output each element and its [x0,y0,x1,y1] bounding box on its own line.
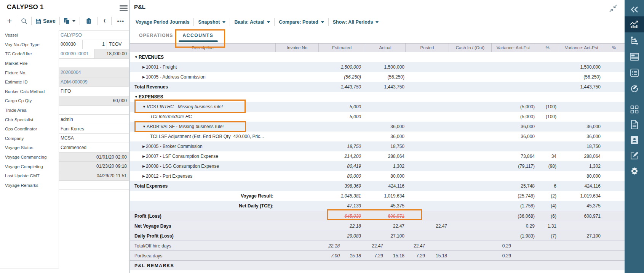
sidebar-item-contact-card[interactable] [625,132,644,148]
field-input[interactable]: 04/29/20 11:51 [59,171,129,180]
column-header-var2[interactable]: Variance: Act-Pst [560,43,603,52]
table-row-total-expenses[interactable]: Total Expenses398,369424,11625,7486424,1… [130,181,625,191]
cell-value: 18,750 [390,144,404,149]
table-row-total-revenues[interactable]: Total Revenues1,443,7501,443,7501,443,75… [130,82,625,92]
menu-item-voyage-period-journals[interactable]: Voyage Period Journals [136,19,189,25]
table-row-profit-loss-[interactable]: Profit (Loss)645,039608,971(36,068)(6)60… [130,211,625,221]
column-header-act[interactable]: Actual [365,43,406,52]
back-chevron-icon[interactable]: ‹ [104,16,106,26]
field-input[interactable]: 20200004 [59,68,129,77]
collapsed-triangle-icon[interactable]: ▶ [142,145,145,148]
table-row-expenses[interactable]: ▼EXPENSES [130,92,625,102]
field-input[interactable]: TCOV [107,40,129,49]
menu-item-compare-posted[interactable]: Compare: Posted [279,19,324,25]
sidebar-item-details-form[interactable] [625,49,644,65]
expanded-triangle-icon[interactable]: ▼ [142,125,146,128]
table-row-20007-lsf-consumption-expense[interactable]: ▶20007 - LSF Consumption Expense214,2002… [130,151,625,161]
menu-item-show-all-periods[interactable]: Show: All Periods [333,19,379,25]
table-row-20012-port-expenses[interactable]: ▶20012 - Port Expenses80,00080,00080,000 [130,171,625,181]
cell-value: 1,019,634 [580,193,601,199]
sidebar-item-pnl-chart[interactable] [625,16,644,32]
copy-button[interactable] [64,18,76,24]
cell-value: 34 [551,154,556,159]
collapsed-triangle-icon[interactable]: ▶ [142,75,145,79]
field-input[interactable]: MCSA [59,134,129,143]
cell-var1 [492,82,535,92]
table-row-daily-profit-loss-[interactable]: Daily Profit (Loss)29,08327,100(1,983)(7… [130,231,625,241]
column-header-var1[interactable]: Variance: Act-Est [492,43,535,52]
sidebar-item-settings-gear[interactable] [625,163,644,179]
table-row-net-voyage-days[interactable]: Net Voyage Days22.1822.4722.470.291.31 [130,221,625,231]
collapsed-triangle-icon[interactable]: ▶ [142,164,145,168]
field-input[interactable]: 000030 [59,40,83,49]
table-row-vcst-inthc-missing-business-rule-[interactable]: ▼VCST:INTHC - Missing business rule!5,00… [130,102,625,112]
column-header-invoice[interactable]: Invoice No [276,43,319,52]
table-row-net-daily-tce-[interactable]: Net Daily (TCE):47,13345,375(1,758)(4)45… [130,201,625,211]
collapse-panel-icon[interactable] [609,4,617,13]
field-input[interactable]: admin [59,115,129,124]
menu-item-snapshot[interactable]: Snapshot [198,19,225,25]
table-row-tci-intermediate-hc[interactable]: TCI Intermediate HC5,000(5,000)(100) [130,112,625,122]
expanded-triangle-icon[interactable]: ▼ [142,105,146,109]
cell-var2: 1,500,000 [560,62,603,72]
save-button[interactable]: Save [35,18,56,24]
field-input[interactable]: 60,000 [59,96,129,105]
collapsed-triangle-icon[interactable]: ▶ [142,65,145,69]
column-header-posted[interactable]: Posted [406,43,449,52]
field-input[interactable]: Commenced [59,143,129,152]
new-button[interactable]: + [6,17,13,25]
cell-est: 645,039 [319,211,365,221]
expanded-triangle-icon[interactable]: ▼ [134,55,138,59]
field-input[interactable]: CALYPSO [59,31,129,40]
collapsed-triangle-icon[interactable]: ▶ [142,154,145,158]
field-input[interactable] [59,181,129,190]
column-header-est[interactable]: Estimated [319,43,365,52]
field-input[interactable]: 01/23/20 09:18 [59,162,129,171]
field-input[interactable]: Fani Korres [59,124,129,133]
menu-hamburger-icon[interactable] [120,5,128,11]
table-row-10005-address-commission[interactable]: ▶10005 - Address Commission(56,250)(56,2… [130,72,625,82]
table-row-revenues[interactable]: ▼REVENUES [130,52,625,62]
sidebar-item-document[interactable] [625,117,644,133]
delete-button[interactable] [86,18,91,24]
column-header-cash[interactable]: Cash In / (Out) [449,43,492,52]
more-options-button[interactable]: ••• [117,18,124,24]
table-row-port-sea-days[interactable]: Port/sea days7.0015.187.2915.187.2915.18… [130,251,625,260]
table-row-p-l-remarks[interactable]: P&L REMARKS [130,260,625,270]
field-input[interactable] [59,106,129,115]
column-header-description[interactable]: Description [130,43,276,52]
sidebar-item-itinerary-hierarchy[interactable] [625,33,644,49]
field-input[interactable]: FIFO [59,87,129,96]
sidebar-item-compose-note[interactable] [625,148,644,164]
field-input[interactable]: 18,000.00 [94,49,129,58]
cell-cash [449,231,492,241]
field-input[interactable]: 01/01/20 02:00 [59,153,129,162]
sidebar-item-task-checklist[interactable] [625,65,644,81]
search-icon[interactable] [21,18,27,24]
column-header-pct1[interactable]: % [535,43,560,52]
menu-item-basis-actual[interactable]: Basis: Actual [234,19,270,25]
table-row-10001-freight[interactable]: ▶10001 - Freight1,500,0001,500,0001,500,… [130,62,625,72]
table-row-voyage-result-[interactable]: Voyage Result:1,045,3811,019,634(25,748)… [130,191,625,201]
cell-posted: 22.47 [406,241,449,251]
collapsed-triangle-icon[interactable]: ▶ [142,174,145,178]
table-row-ardb-valsf-missing-business-rule-[interactable]: ▼ARDB:VALSF - Missing business rule!36,0… [130,122,625,132]
table-row-tci-lsf-adjustment-est-end-rob-qty-420-0[interactable]: TCI LSF Adjustment (Est. End ROB Qty=420… [130,132,625,141]
column-header-pct2[interactable]: % [603,43,625,52]
field-input[interactable]: 000030-I0001 [59,49,94,58]
sidebar-item-collapse-double-chevron[interactable] [625,2,644,18]
cell-act: 27,100 [365,231,406,241]
cell-pct2 [603,132,625,141]
cell-value: 288,064 [584,154,601,159]
field-input[interactable] [59,59,129,68]
table-row-total-off-hire-days[interactable]: Total/Off hire days22.1822.4722.470.29 [130,241,625,251]
tab-operations[interactable]: OPERATIONS [139,33,173,43]
tab-accounts[interactable]: ACCOUNTS [182,33,213,43]
field-input[interactable]: ADM-000009 [59,77,129,87]
field-input[interactable]: 1 [83,40,107,49]
table-row-20005-broker-commission[interactable]: ▶20005 - Broker Commission18,75018,75018… [130,141,625,151]
sidebar-item-apps-grid[interactable] [625,101,644,117]
table-row-20008-lsg-consumption-expense[interactable]: ▶20008 - LSG Consumption Expense80,4191,… [130,161,625,171]
expanded-triangle-icon[interactable]: ▼ [134,95,138,99]
sidebar-item-revise-circular-pencil[interactable] [625,81,644,97]
